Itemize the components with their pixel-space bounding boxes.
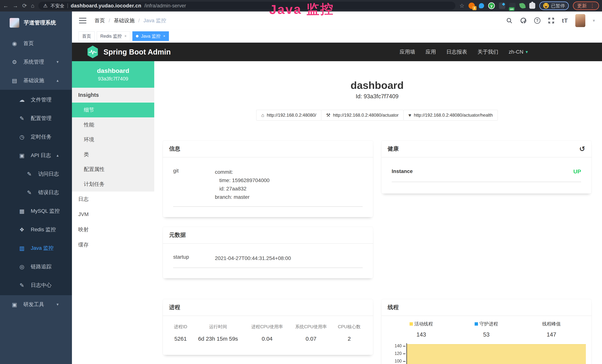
browser-home-icon[interactable]: ⌂ — [31, 3, 34, 9]
page-annotation: Java 监控 — [269, 0, 334, 19]
sba-menu-details[interactable]: 细节 — [72, 103, 154, 117]
sidebar-item-dev-tool[interactable]: ▣ 研发工具 ▾ — [0, 295, 72, 314]
sba-menu-logfile[interactable]: 日志 — [72, 192, 154, 207]
sidebar-item-error-log[interactable]: ✎ 错误日志 — [0, 183, 72, 202]
sidebar-item-access-log[interactable]: ✎ 访问日志 — [0, 165, 72, 183]
layers-icon: ❖ — [19, 226, 25, 233]
sidebar-item-java[interactable]: ▥ Java 监控 — [0, 239, 72, 257]
help-icon[interactable]: ? — [534, 17, 540, 24]
process-card: 进程 进程ID 运行时间 进程CPU使用率 系统CPU使用率 — [163, 299, 373, 355]
link-health-url[interactable]: ♥ http://192.168.0.2:48080/actuator/heal… — [403, 110, 498, 120]
breadcrumb-separator: / — [109, 18, 110, 23]
clock-icon: ◷ — [19, 134, 25, 140]
cards-row-2: 进程 进程ID 运行时间 进程CPU使用率 系统CPU使用率 — [163, 299, 591, 364]
sba-root-items: 日志 JVM 映射 缓存 — [72, 192, 154, 252]
sidebar-item-file[interactable]: ☁ 文件管理 — [0, 90, 72, 109]
extension-icon-pin[interactable] — [479, 3, 484, 8]
browser-back-icon[interactable]: ← — [3, 3, 9, 9]
bookmark-star-icon[interactable]: ☆ — [459, 3, 464, 9]
edit-icon: ✎ — [26, 189, 33, 196]
breadcrumb-separator: / — [138, 18, 140, 23]
sidebar-item-log-center[interactable]: ✎ 日志中心 — [0, 276, 72, 294]
close-icon[interactable]: × — [163, 34, 165, 38]
sidebar-item-job[interactable]: ◷ 定时任务 — [0, 128, 72, 146]
link-root-url[interactable]: ⌂ http://192.168.0.2:48080/ — [256, 110, 321, 120]
browser-forward-icon[interactable]: → — [13, 3, 18, 9]
extension-icon-grid[interactable] — [499, 3, 505, 9]
tab-home[interactable]: 首页 — [79, 31, 95, 41]
extensions-puzzle-icon[interactable] — [529, 3, 535, 9]
sba-nav-about[interactable]: 关于我们 — [478, 48, 498, 55]
metadata-startup-row: startup 2021-04-27T00:44:31.254+08:00 — [173, 251, 363, 268]
tab-java-monitor[interactable]: Java 监控 × — [132, 31, 169, 41]
tab-redis-monitor[interactable]: Redis 监控 × — [97, 31, 130, 41]
breadcrumb-infra[interactable]: 基础设施 — [114, 17, 135, 24]
browser-reload-icon[interactable]: ⟳ — [22, 3, 27, 9]
browser-extensions-area: ☆ 1 y on 已暂停 更新 ⋮ — [459, 1, 599, 10]
extension-icon-leaf[interactable] — [519, 2, 526, 9]
sba-nav-applications[interactable]: 应用 — [426, 48, 436, 55]
paused-emoji-icon — [543, 3, 549, 9]
sba-instance-header[interactable]: dashboard 93a3fc7f7409 — [72, 61, 154, 88]
sidebar-item-home[interactable]: ◉ 首页 — [0, 34, 72, 53]
sba-menu-metrics[interactable]: 性能 — [72, 117, 154, 132]
link-actuator-url[interactable]: ⚒ http://192.168.0.2:48080/actuator — [321, 110, 404, 120]
extension-icon-on[interactable]: on — [509, 3, 516, 9]
sba-app-name: dashboard — [97, 67, 129, 74]
font-size-icon[interactable]: tT — [562, 17, 568, 24]
url-path: /infra/admin-server — [144, 3, 186, 9]
sba-menu-scheduledtasks[interactable]: 计划任务 — [72, 177, 154, 192]
spring-boot-admin: Spring Boot Admin 应用墙 应用 日志报表 关于我们 zh-CN… — [72, 43, 602, 364]
sidebar-item-system[interactable]: ⚙ 系统管理 ▾ — [0, 53, 72, 71]
sidebar-item-api-log[interactable]: ▣ API 日志 ▴ — [0, 146, 72, 165]
sidebar-item-infra[interactable]: ▤ 基础设施 ▴ — [0, 71, 72, 90]
threads-card: 线程 活动线程 143 — [381, 299, 592, 364]
admin-logo[interactable]: 芋道管理系统 — [0, 11, 72, 34]
fullscreen-icon[interactable] — [548, 17, 555, 24]
edit-icon: ✎ — [19, 282, 25, 289]
paused-label: 已暂停 — [551, 3, 565, 9]
hamburger-icon[interactable] — [79, 18, 86, 23]
update-label: 更新 — [577, 3, 587, 9]
active-tab-dot — [136, 35, 139, 37]
history-icon[interactable]: ↺ — [579, 145, 585, 152]
log-icon: ▣ — [19, 152, 25, 159]
sidebar-item-config[interactable]: ✎ 配置管理 — [0, 109, 72, 128]
sba-menu-jvm[interactable]: JVM — [72, 207, 154, 222]
sba-menu-env[interactable]: 环境 — [72, 132, 154, 147]
browser-update-button[interactable]: 更新 ⋮ — [573, 1, 599, 10]
breadcrumb-home[interactable]: 首页 — [95, 17, 105, 24]
sba-nav-wall[interactable]: 应用墙 — [400, 48, 415, 55]
sba-menu-configprops[interactable]: 配置属性 — [72, 162, 154, 177]
sba-menu-mappings[interactable]: 映射 — [72, 222, 154, 237]
sba-insights-label: Insights — [72, 88, 154, 103]
close-icon[interactable]: × — [124, 34, 127, 38]
chevron-down-icon[interactable]: ▾ — [593, 18, 595, 23]
instance-links: ⌂ http://192.168.0.2:48080/ ⚒ http://192… — [256, 110, 498, 120]
sidebar-item-mysql[interactable]: ▦ MySQL 监控 — [0, 202, 72, 220]
briefcase-icon: ▣ — [11, 301, 18, 308]
sba-logo-icon — [87, 45, 99, 59]
sba-menu-caches[interactable]: 缓存 — [72, 237, 154, 252]
sba-menu-classes[interactable]: 类 — [72, 147, 154, 162]
sidebar-item-trace[interactable]: ◎ 链路追踪 — [0, 257, 72, 276]
legend-square-blue — [475, 322, 478, 326]
sba-language-select[interactable]: zh-CN ▾ — [509, 49, 528, 55]
extension-icon-orange[interactable]: 1 — [469, 3, 475, 9]
metadata-row-value: 2021-04-27T00:44:31.254+08:00 — [215, 254, 291, 262]
y-tick-140: 140 — [390, 343, 402, 348]
user-avatar[interactable] — [575, 14, 585, 27]
extension-icon-y[interactable]: y — [488, 2, 495, 9]
edit-icon: ✎ — [19, 115, 25, 122]
browser-address-bar[interactable]: ⚠ 不安全 dashboard.yudao.iocoder.cn /infra/… — [38, 2, 455, 10]
health-instance-row: Instance UP — [392, 166, 581, 182]
sba-nav-journal[interactable]: 日志报表 — [446, 48, 467, 55]
search-icon[interactable] — [506, 17, 513, 24]
sidebar-item-redis[interactable]: ❖ Redis 监控 — [0, 220, 72, 239]
profile-paused-chip[interactable]: 已暂停 — [539, 1, 569, 10]
metadata-card-title: 元数据 — [169, 231, 186, 239]
browser-menu-icon[interactable]: ⋮ — [590, 3, 595, 9]
github-icon[interactable] — [520, 17, 527, 24]
breadcrumb-current: Java 监控 — [143, 17, 166, 24]
process-values-row: 5261 6d 23h 15m 59s 0.04 0.07 2 — [170, 332, 366, 345]
